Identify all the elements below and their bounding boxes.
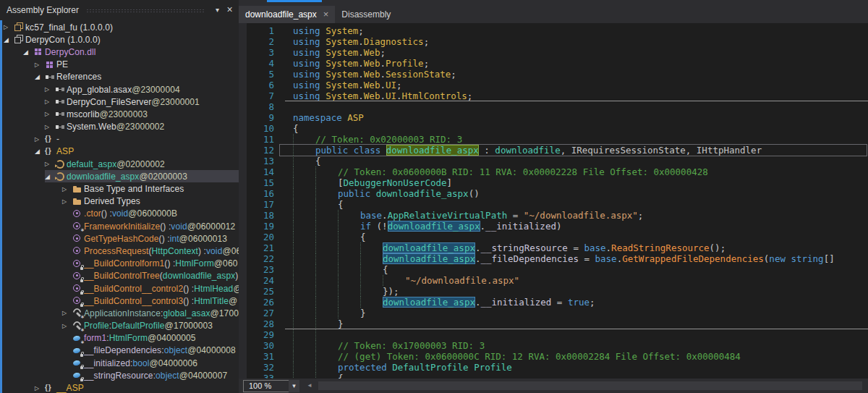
tree-row[interactable]: __BuildControl__control3() : HtmlTitle @	[0, 295, 239, 307]
expander-icon[interactable]: ◢	[35, 148, 45, 155]
panel-title: Assembly Explorer	[7, 5, 79, 15]
code-line: 16public downloadfile_aspx()	[239, 188, 868, 199]
lock-badge-icon	[80, 366, 83, 369]
tree-row[interactable]: __BuildControl__control2() : HtmlHead @	[0, 282, 239, 295]
panel-close-button[interactable]: ×	[224, 4, 236, 17]
scroll-left-icon[interactable]: ◄	[307, 382, 312, 389]
code-token: System	[326, 58, 358, 69]
code-token: }	[338, 318, 344, 329]
tree-row[interactable]: __BuildControlTree(downloadfile_aspx) :	[0, 270, 239, 282]
expander-icon[interactable]: ▷	[62, 198, 72, 205]
indent-guide	[315, 329, 338, 340]
code-editor[interactable]: 1using System;2using System.Diagnostics;…	[239, 23, 868, 393]
tab-close-icon[interactable]: ×	[323, 11, 329, 18]
tree-row[interactable]: ▷DerpyCon_FileServer @23000001	[0, 96, 239, 108]
lock-badge-icon	[80, 279, 83, 282]
reference-icon	[55, 109, 67, 119]
expander-icon[interactable]: ▷	[45, 86, 55, 93]
tree-row[interactable]: ▷System.Web @23000002	[0, 121, 239, 133]
tree-row[interactable]: __fileDependencies : object @04000008	[0, 345, 239, 357]
tree-row[interactable]: ▷Base Type and Interfaces	[0, 182, 239, 195]
panel-menu-button[interactable]: ▾	[211, 4, 224, 17]
tree-row[interactable]: ▷default_aspx @02000002	[0, 158, 239, 170]
code-line: 13{	[239, 156, 868, 166]
indent-guide	[338, 275, 360, 286]
zoom-level-select[interactable]: 100 %	[243, 380, 292, 392]
tree-row-label: () :	[160, 221, 171, 232]
tree-row[interactable]: ▷App_global.asax @23000004	[0, 83, 239, 96]
expander-icon[interactable]: ▷	[62, 310, 72, 316]
zoom-caret-icon[interactable]: ▾	[289, 380, 299, 392]
tree-row-label: HtmlForm	[109, 333, 148, 343]
code-token: .	[358, 69, 364, 80]
tree-row[interactable]: ▷-	[0, 133, 239, 145]
indent-guide	[293, 351, 315, 362]
tree-row[interactable]: GetTypeHashCode() : int @06000013	[0, 232, 239, 245]
tab-strip: downloadfile_aspx×Disassembly	[239, 0, 868, 23]
code-token: using	[293, 36, 326, 47]
code-token: .	[606, 242, 612, 253]
code-token: .	[380, 80, 386, 90]
tree-row-label: @04000006	[150, 358, 197, 368]
tree-row[interactable]: ◢downloadfile_aspx @02000003	[0, 170, 239, 182]
code-text: {	[274, 264, 388, 275]
code-token: base	[584, 242, 605, 253]
expander-icon[interactable]: ▷	[45, 111, 55, 117]
tree-row[interactable]: __BuildControlform1() : HtmlForm @060	[0, 258, 239, 270]
tree-row[interactable]: ◢DerpyCon.dll	[0, 46, 239, 58]
code-token: ASP	[347, 112, 364, 123]
line-number: 20	[239, 232, 274, 242]
expander-icon[interactable]: ◢	[4, 36, 14, 43]
tree-row[interactable]: ◢References	[0, 71, 239, 83]
tree-row-label: HtmlForm	[175, 258, 213, 269]
indent-guide	[360, 275, 383, 286]
expander-icon[interactable]: ◢	[23, 48, 33, 56]
tree-row[interactable]: ▷∗ApplicationInstance : global_asax @170…	[0, 307, 239, 319]
tree-row[interactable]: ◢ASP	[0, 145, 239, 158]
expander-icon[interactable]: ▷	[35, 385, 45, 392]
line-number: 4	[239, 58, 274, 69]
code-token: }	[360, 308, 366, 318]
tree-row[interactable]: __stringResource : object @04000007	[0, 369, 239, 381]
line-number: 14	[239, 166, 274, 177]
expander-icon[interactable]: ▷	[4, 24, 14, 30]
expander-icon[interactable]: ▷	[35, 136, 45, 143]
tree-row[interactable]: ∗FrameworkInitialize() : void @06000012	[0, 220, 239, 232]
expander-icon[interactable]: ▷	[45, 98, 55, 105]
tree-row[interactable]: ▷∗Profile : DefaultProfile @17000003	[0, 320, 239, 332]
indent-guide	[315, 188, 338, 199]
horizontal-scrollbar-thumb[interactable]	[318, 381, 862, 390]
tab-Disassembly[interactable]: Disassembly	[335, 6, 397, 23]
tree-row-label: ASP	[56, 146, 74, 156]
tab-downloadfile_aspx[interactable]: downloadfile_aspx×	[239, 6, 335, 23]
expander-icon[interactable]: ▷	[45, 161, 55, 167]
tree-row[interactable]: ▷kc57_final_fu (1.0.0.0)	[0, 21, 239, 33]
tree-row[interactable]: ProcessRequest(HttpContext) : void @06	[0, 245, 239, 257]
expander-icon[interactable]: ▷	[62, 186, 72, 193]
tree-row[interactable]: ▷mscorlib @23000003	[0, 108, 239, 120]
indent-guide	[315, 362, 338, 373]
tree-row[interactable]: .ctor() : void @0600000B	[0, 208, 239, 220]
tree-row[interactable]: ▷Derived Types	[0, 195, 239, 208]
expander-icon[interactable]: ▷	[45, 124, 55, 130]
tree-row[interactable]: ∗form1 : HtmlForm @04000005	[0, 332, 239, 345]
method-icon	[72, 296, 84, 305]
expander-icon[interactable]: ◢	[45, 173, 55, 180]
line-number: 16	[239, 188, 274, 199]
expander-icon[interactable]: ▷	[35, 62, 45, 68]
line-number: 19	[239, 221, 274, 232]
tree-row[interactable]: __initialized : bool @04000006	[0, 357, 239, 369]
expander-icon[interactable]: ◢	[35, 73, 45, 80]
code-token: // Token: 0x0600000B RID: 11 RVA: 0x0000…	[338, 166, 708, 177]
code-token: DebuggerNonUserCode	[344, 177, 447, 188]
code-token: ;	[451, 69, 456, 80]
indent-guide	[338, 286, 360, 297]
tree-row[interactable]: ▷PE	[0, 59, 239, 71]
assembly-explorer-panel: Assembly Explorer ▾ × ▷kc57_final_fu (1.…	[0, 0, 239, 393]
tree-row[interactable]: ▷__ASP	[0, 381, 239, 393]
expander-icon[interactable]: ▷	[62, 323, 72, 329]
tree-row[interactable]: ◢DerpyCon (1.0.0.0)	[0, 33, 239, 46]
panel-drag-grip[interactable]	[86, 9, 205, 13]
indent-guide	[315, 166, 338, 177]
code-token: ;	[396, 80, 402, 90]
